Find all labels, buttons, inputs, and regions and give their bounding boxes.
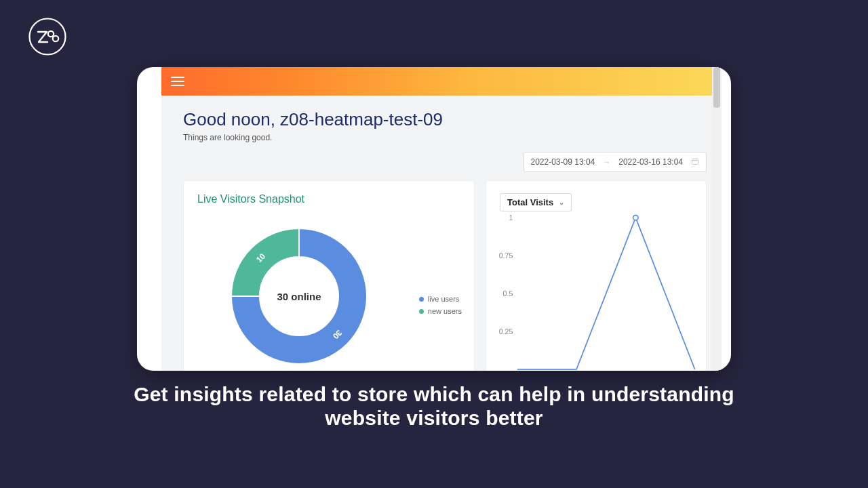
svg-point-2 xyxy=(53,36,58,41)
date-range-picker[interactable]: 2022-03-09 13:04 → 2022-03-16 13:04 xyxy=(524,152,707,172)
arrow-right-icon: → xyxy=(603,158,610,166)
calendar-icon xyxy=(691,157,699,167)
metric-dropdown[interactable]: Total Visits ⌄ xyxy=(500,193,572,211)
donut-legend: live users new users xyxy=(419,293,462,317)
page-title: Good noon, z08-heatmap-test-09 xyxy=(183,109,707,130)
caption-line-1: Get insights related to store which can … xyxy=(134,383,734,405)
app-viewport: Good noon, z08-heatmap-test-09 Things ar… xyxy=(161,67,722,371)
line-chart: 0.250.50.751 xyxy=(497,214,699,371)
svg-rect-3 xyxy=(692,159,698,164)
live-visitors-panel: Live Visitors Snapshot 3010 30 online li… xyxy=(183,180,475,371)
legend-label-live: live users xyxy=(428,293,459,305)
svg-point-10 xyxy=(633,216,638,220)
screenshot-frame: Good noon, z08-heatmap-test-09 Things ar… xyxy=(137,67,731,371)
svg-text:0.5: 0.5 xyxy=(503,290,513,298)
scrollbar-thumb[interactable] xyxy=(713,67,720,108)
chevron-down-icon: ⌄ xyxy=(559,199,564,206)
scrollbar[interactable] xyxy=(712,67,722,371)
legend-label-new: new users xyxy=(428,305,462,317)
legend-dot-live xyxy=(419,297,424,302)
total-visits-panel: Total Visits ⌄ 0.250.50.751 xyxy=(486,180,707,371)
panel-title: Live Visitors Snapshot xyxy=(197,193,462,205)
legend-dot-new xyxy=(419,309,424,314)
page-subtitle: Things are looking good. xyxy=(183,133,707,142)
marketing-caption: Get insights related to store which can … xyxy=(108,383,760,430)
brand-logo xyxy=(28,18,66,56)
app-topbar xyxy=(161,67,722,96)
date-from: 2022-03-09 13:04 xyxy=(531,157,595,167)
legend-item-new: new users xyxy=(419,305,462,317)
caption-line-2: website visitors better xyxy=(325,407,542,429)
svg-text:0.25: 0.25 xyxy=(499,328,513,336)
svg-text:0.75: 0.75 xyxy=(499,252,513,260)
donut-chart: 3010 30 online xyxy=(224,222,374,371)
svg-point-1 xyxy=(48,31,54,37)
svg-text:1: 1 xyxy=(509,214,513,222)
svg-point-0 xyxy=(30,19,66,55)
legend-item-live: live users xyxy=(419,293,462,305)
menu-icon[interactable] xyxy=(171,77,184,86)
dropdown-label: Total Visits xyxy=(507,197,553,207)
date-to: 2022-03-16 13:04 xyxy=(618,157,683,167)
